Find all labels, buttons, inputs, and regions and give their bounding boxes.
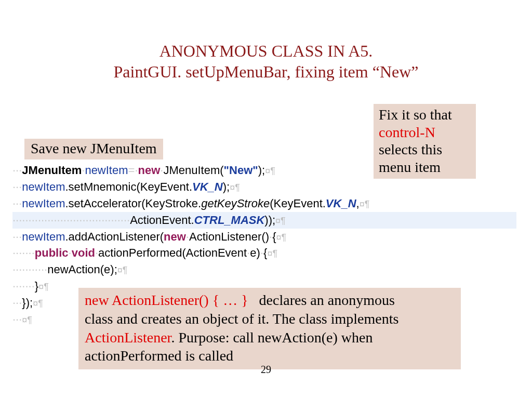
- explain-t4: actionPerformed is called: [85, 348, 233, 364]
- explain-t3: . Purpose: call newAction(e) when: [171, 329, 373, 345]
- title-line-2: PaintGUI. setUpMenuBar, fixing item “New…: [0, 61, 532, 82]
- explain-t2: class and creates an object of it. The c…: [85, 311, 398, 327]
- explain-red2: ActionListener: [85, 329, 171, 345]
- code-line-7: ···········newAction(e);¤¶: [12, 261, 516, 278]
- code-line-5: ···newItem.addActionListener(new·ActionL…: [12, 229, 516, 245]
- fix-l1: Fix it so that: [379, 107, 452, 123]
- title-line-1: ANONYMOUS CLASS IN A5.: [0, 41, 532, 61]
- page-number: 29: [0, 364, 532, 376]
- code-line-4: ·····································Act…: [12, 212, 516, 229]
- code-line-6: ·······public·void·actionPerformed(Actio…: [12, 245, 516, 261]
- save-label-box: Save new JMenuItem: [24, 139, 163, 159]
- explain-box: new ActionListener() { … } declares an a…: [78, 288, 461, 369]
- slide-title: ANONYMOUS CLASS IN A5. PaintGUI. setUpMe…: [0, 0, 532, 82]
- fix-l3: selects this: [379, 141, 442, 157]
- code-line-1: ···JMenuItem·newItem=·new·JMenuItem("New…: [12, 162, 516, 179]
- code-line-3: ···newItem.setAccelerator(KeyStroke.getK…: [12, 195, 516, 212]
- code-line-2: ···newItem.setMnemonic(KeyEvent.VK_N);¤¶: [12, 179, 516, 195]
- fix-red: control-N: [379, 124, 435, 140]
- slide: ANONYMOUS CLASS IN A5. PaintGUI. setUpMe…: [0, 0, 532, 399]
- save-label-text: Save new JMenuItem: [31, 140, 157, 156]
- explain-t1: declares an anonymous: [248, 292, 395, 308]
- explain-red1: new ActionListener() { … }: [85, 292, 248, 308]
